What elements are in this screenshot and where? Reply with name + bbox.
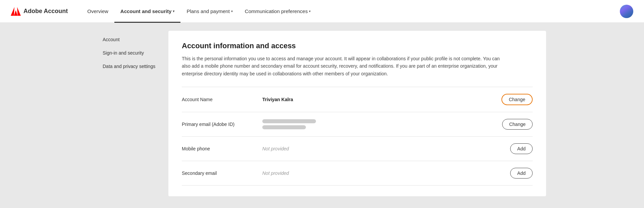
- chevron-down-icon: ▾: [173, 9, 174, 13]
- chevron-down-icon: ▾: [309, 9, 311, 13]
- nav-links: Overview Account and security ▾ Plans an…: [81, 0, 620, 23]
- main-wrapper: Account Sign-in and security Data and pr…: [87, 23, 557, 204]
- blur-line-2: [262, 125, 306, 129]
- sidebar: Account Sign-in and security Data and pr…: [98, 31, 168, 196]
- row-value-mobile-phone: Not provided: [262, 146, 510, 151]
- blur-line-1: [262, 119, 316, 123]
- sidebar-item-data-privacy[interactable]: Data and privacy settings: [98, 60, 168, 72]
- top-nav: Adobe Account Overview Account and secur…: [0, 0, 644, 23]
- change-primary-email-button[interactable]: Change: [502, 119, 533, 130]
- row-action-mobile-phone: Add: [510, 143, 533, 154]
- table-row: Primary email (Adobe ID) Change: [182, 112, 533, 137]
- nav-overview[interactable]: Overview: [81, 0, 114, 23]
- table-row: Mobile phone Not provided Add: [182, 137, 533, 161]
- chevron-down-icon: ▾: [231, 9, 233, 13]
- add-secondary-email-button[interactable]: Add: [510, 168, 533, 179]
- nav-plans-payment[interactable]: Plans and payment ▾: [180, 0, 238, 23]
- table-row: Account Name Triviyan Kalra Change: [182, 87, 533, 112]
- row-action-secondary-email: Add: [510, 168, 533, 179]
- row-label-account-name: Account Name: [182, 97, 262, 102]
- brand-name: Adobe Account: [23, 8, 68, 15]
- row-label-mobile-phone: Mobile phone: [182, 146, 262, 151]
- table-row: Secondary email Not provided Add: [182, 161, 533, 186]
- adobe-logo-icon: [11, 7, 21, 16]
- row-value-primary-email: [262, 119, 502, 129]
- row-action-primary-email: Change: [502, 119, 533, 130]
- content-area: Account information and access This is t…: [168, 31, 546, 196]
- change-account-name-button[interactable]: Change: [501, 94, 533, 105]
- row-action-account-name: Change: [501, 94, 533, 105]
- nav-communication[interactable]: Communication preferences ▾: [239, 0, 317, 23]
- sidebar-item-account[interactable]: Account: [98, 33, 168, 46]
- sidebar-item-sign-in[interactable]: Sign-in and security: [98, 47, 168, 59]
- row-value-secondary-email: Not provided: [262, 170, 510, 176]
- logo-area[interactable]: Adobe Account: [11, 7, 68, 16]
- avatar-image: [620, 5, 633, 18]
- row-value-account-name: Triviyan Kalra: [262, 97, 501, 102]
- row-label-primary-email: Primary email (Adobe ID): [182, 122, 262, 127]
- info-table: Account Name Triviyan Kalra Change Prima…: [182, 87, 533, 186]
- row-label-secondary-email: Secondary email: [182, 170, 262, 176]
- section-description: This is the personal information you use…: [182, 55, 500, 77]
- add-mobile-phone-button[interactable]: Add: [510, 143, 533, 154]
- section-title: Account information and access: [182, 42, 533, 50]
- avatar[interactable]: [620, 5, 633, 18]
- nav-account-security[interactable]: Account and security ▾: [114, 0, 181, 23]
